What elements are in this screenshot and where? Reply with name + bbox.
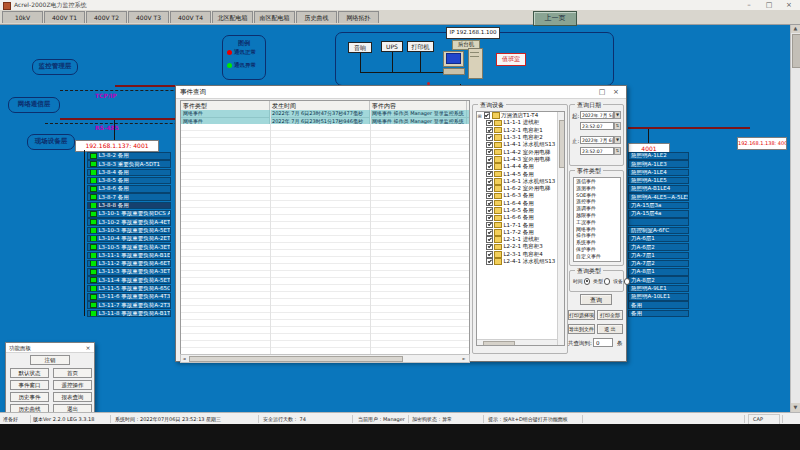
event-type-item[interactable]: 工况事件 [574, 219, 620, 226]
tree-vertical-scrollbar[interactable] [557, 112, 564, 345]
previous-page-button[interactable]: 上一页 [533, 11, 577, 26]
screen-tab[interactable]: 10kV [2, 11, 43, 23]
tree-item[interactable]: L2-1-1 进线柜 [477, 236, 564, 243]
checkbox-icon[interactable] [484, 112, 491, 119]
device-bar[interactable]: 备用 [628, 301, 689, 309]
function-button[interactable]: 报表查询 [53, 392, 92, 402]
device-bar[interactable]: L3-10-2 事故重要负荷A-4ET1~A-5ET1 [87, 218, 171, 226]
screen-tab[interactable]: 400V T3 [128, 11, 169, 23]
tree-item[interactable]: L1-1-1 进线柜 [477, 119, 564, 126]
spinner-buttons-icon[interactable]: ⇅ [614, 122, 621, 130]
event-type-item[interactable]: SOE事件 [574, 192, 620, 199]
tree-item[interactable]: L1-4-4 备用 [477, 163, 564, 170]
tree-item[interactable]: L1-6-6 备用 [477, 214, 564, 221]
option-device[interactable]: 设备 [613, 278, 630, 285]
query-button[interactable]: 查询 [580, 294, 612, 305]
device-bar[interactable]: L3-11-8 事故重要负荷A-B1T1~A-1T1 [87, 310, 171, 318]
device-bar[interactable]: 力A-15层4a [628, 210, 689, 218]
checkbox-icon[interactable] [486, 163, 493, 170]
tree-item[interactable]: L1-3-1 电容柜2 [477, 134, 564, 141]
to-time-spinner[interactable]: 23:52:07 [580, 147, 614, 155]
expand-icon[interactable]: ⊞ [477, 113, 482, 119]
device-bar[interactable]: L3-8-8 备用 [87, 202, 171, 210]
dropdown-arrow-icon[interactable]: ▼ [614, 136, 621, 144]
scrollbar-thumb[interactable] [792, 34, 800, 68]
device-bar[interactable]: L3-8-4 备用 [87, 169, 171, 177]
event-type-item[interactable]: 系统事件 [574, 239, 620, 246]
tree-item[interactable]: L1-7-2 备用 [477, 229, 564, 236]
checkbox-icon[interactable] [486, 244, 493, 251]
device-bar[interactable]: 急照明A-1LE5 [628, 177, 689, 185]
event-type-item[interactable]: 遥信事件 [574, 178, 620, 185]
device-bar[interactable]: L3-8-5 备用 [87, 177, 171, 185]
tree-horizontal-scrollbar[interactable] [477, 339, 557, 346]
device-bar[interactable] [628, 218, 689, 226]
tree-item[interactable]: L1-2-1 电容柜1 [477, 127, 564, 134]
device-bar[interactable]: 力A-8层2 [628, 276, 689, 284]
screen-tab[interactable]: 网络拓扑 [338, 11, 379, 23]
checkbox-icon[interactable] [486, 193, 493, 200]
checkbox-icon[interactable] [486, 222, 493, 229]
checkbox-icon[interactable] [486, 120, 493, 127]
tree-item[interactable]: L1-6-4 备用 [477, 200, 564, 207]
scroll-up-arrow[interactable]: ▲ [791, 24, 800, 33]
export-file-button[interactable]: 导出到文件 [568, 324, 595, 334]
event-type-item[interactable]: 遥控事件 [574, 198, 620, 205]
checkbox-icon[interactable] [486, 236, 493, 243]
minimize-button[interactable]: – [742, 1, 756, 9]
dropdown-arrow-icon[interactable]: ▼ [614, 111, 621, 119]
maximize-button[interactable]: □ [762, 1, 776, 9]
checkbox-icon[interactable] [486, 251, 493, 258]
scroll-right-arrow[interactable]: ► [461, 356, 467, 361]
tree-item[interactable]: L1-4-2 室外用电梯 [477, 148, 564, 155]
scrollbar-thumb[interactable] [483, 341, 515, 347]
tree-item[interactable]: L1-4-5 备用 [477, 170, 564, 177]
column-header-content[interactable]: 事件内容 [370, 101, 467, 110]
device-bar[interactable]: L3-11-4 事故重要负荷A-5ET3 [87, 276, 171, 284]
tree-item[interactable]: L2-4-1 冰水机组S13 [477, 258, 564, 265]
tree-item[interactable]: L1-7-1 备用 [477, 221, 564, 228]
scrollbar-thumb[interactable] [189, 356, 403, 362]
device-bar[interactable]: 力A-6层1 [628, 235, 689, 243]
checkbox-icon[interactable] [486, 207, 493, 214]
device-bar[interactable]: 力A-7层2 [628, 260, 689, 268]
device-bar[interactable]: L3-11-1 事故重要负荷A-B1EY1~A-2ET1 [87, 252, 171, 260]
close-button[interactable]: × [782, 1, 796, 9]
spinner-buttons-icon[interactable]: ⇅ [614, 147, 621, 155]
option-time[interactable]: 时间 [573, 278, 590, 285]
tree-item[interactable]: L1-4-3 室外用电梯 [477, 156, 564, 163]
device-bar[interactable]: L3-8-7 备用 [87, 193, 171, 201]
function-button[interactable]: 事件窗口 [10, 380, 49, 390]
event-table-row[interactable]: 网络事件 2022年 7月 6日23时47分37秒477毫秒 网络事件 操作员 … [181, 110, 469, 118]
result-count-input[interactable]: 0 [593, 338, 613, 347]
scroll-left-arrow[interactable]: ◄ [181, 356, 187, 361]
device-bar[interactable]: L3-10-4 事故重要负荷A-2ET3 [87, 235, 171, 243]
screen-tab[interactable]: 历史曲线 [296, 11, 337, 23]
checkbox-icon[interactable] [486, 258, 493, 265]
device-bar[interactable]: L3-8-2 备用 [87, 152, 171, 160]
device-bar[interactable]: L3-10-1 事故重要负荷DCS AP56 [87, 210, 171, 218]
tree-item[interactable]: L1-4-1 冰水机组S13 [477, 141, 564, 148]
panel-close-icon[interactable]: × [84, 344, 92, 351]
table-horizontal-scrollbar[interactable]: ◄ ► [180, 354, 470, 363]
dialog-close-button[interactable]: × [610, 88, 622, 97]
device-bar[interactable]: L3-8-3 重要负荷A-5DT1 [87, 160, 171, 168]
device-bar[interactable]: 急照明A-4LE5~A-5LE5 [628, 193, 689, 201]
device-bar[interactable]: 力A-7层1 [628, 252, 689, 260]
checkbox-icon[interactable] [486, 156, 493, 163]
device-bar[interactable]: L3-10-3 事故重要负荷A-5ET2 [87, 227, 171, 235]
screen-tab[interactable]: 400V T4 [170, 11, 211, 23]
event-type-item[interactable]: 越限事件 [574, 212, 620, 219]
from-time-spinner[interactable]: 23:52:07 [580, 122, 614, 130]
device-bar[interactable]: 力A-8层1 [628, 268, 689, 276]
to-date-combobox[interactable]: 2022年 7月 6日 [580, 136, 614, 144]
event-type-item[interactable]: 操作事件 [574, 232, 620, 239]
print-all-button[interactable]: 打印全部 [597, 310, 623, 320]
checkbox-icon[interactable] [486, 178, 493, 185]
tree-item[interactable]: L1-6-3 备用 [477, 192, 564, 199]
event-type-item[interactable]: 保护事件 [574, 246, 620, 253]
event-type-item[interactable]: 自定义事件 [574, 253, 620, 260]
screen-tab[interactable]: 北区配电箱 [212, 11, 253, 23]
device-bar[interactable]: L3-8-6 备用 [87, 185, 171, 193]
from-date-combobox[interactable]: 2022年 7月 5日 [580, 111, 614, 119]
